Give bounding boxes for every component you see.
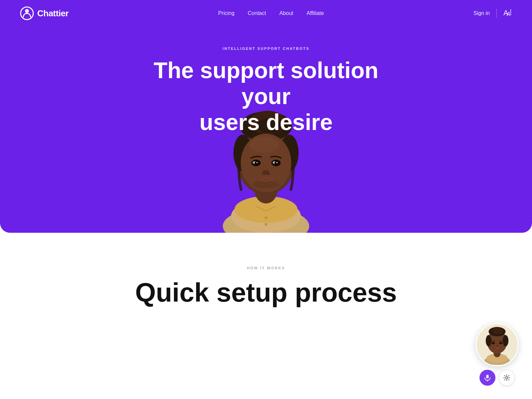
svg-point-38 [503,335,509,346]
svg-point-23 [256,162,258,163]
svg-point-48 [506,377,508,379]
svg-point-43 [493,343,494,343]
signin-link[interactable]: Sign in [473,10,490,16]
nav-right: Sign in A A [473,8,512,19]
svg-point-24 [276,162,278,163]
svg-point-44 [501,343,501,343]
svg-point-21 [255,162,258,165]
hero-title: The support solution your users desire [136,57,396,135]
section-label: HOW IT WORKS [20,266,512,270]
svg-point-37 [486,335,492,346]
svg-point-26 [262,172,265,175]
svg-point-29 [265,216,267,219]
nav-links: Pricing Contact About Affiliate [218,10,324,16]
hero-title-line1: The support solution your [154,58,378,109]
chatbot-avatar [475,323,519,366]
svg-point-22 [275,162,278,165]
logo-icon [20,6,34,20]
svg-point-45 [496,345,498,346]
svg-point-28 [253,181,279,189]
svg-point-36 [492,327,503,334]
svg-point-1 [25,9,29,13]
section-title: Quick setup process [116,278,416,307]
chatbot-settings-button[interactable] [499,370,515,386]
chatbot-action-buttons [479,370,515,386]
logo-link[interactable]: Chattier [20,6,68,20]
chatbot-mic-button[interactable] [479,370,495,386]
svg-point-27 [267,172,270,175]
translate-icon[interactable]: A A [503,8,512,19]
nav-divider [496,9,497,18]
below-hero-section: HOW IT WORKS Quick setup process [0,233,532,399]
chatbot-widget [475,323,519,386]
svg-point-16 [249,136,279,153]
hero-title-line2: users desire [200,109,333,135]
svg-rect-46 [486,375,489,378]
brand-name: Chattier [37,8,68,19]
svg-point-30 [265,223,267,226]
nav-contact[interactable]: Contact [248,10,266,16]
nav-affiliate[interactable]: Affiliate [307,10,324,16]
svg-text:A: A [506,11,510,17]
nav-pricing[interactable]: Pricing [218,10,234,16]
hero-section: INTELLIGENT SUPPORT CHATBOTS The support… [0,0,532,233]
nav-about[interactable]: About [279,10,293,16]
hero-subtitle: INTELLIGENT SUPPORT CHATBOTS [222,47,310,51]
navbar: Chattier Pricing Contact About Affiliate… [0,0,532,27]
